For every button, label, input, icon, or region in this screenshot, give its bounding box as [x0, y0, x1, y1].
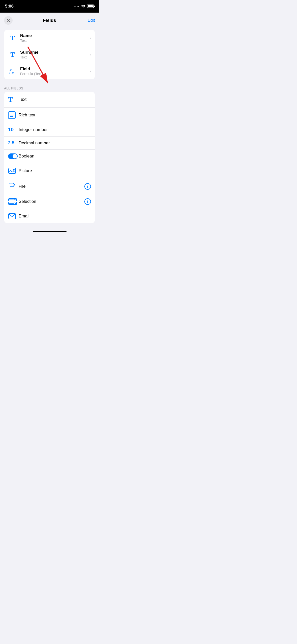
text-field-label: Text	[19, 97, 91, 102]
field-row-formula[interactable]: f x Field Formula (Text) ›	[4, 63, 95, 79]
chevron-icon: ›	[90, 36, 91, 40]
picture-field-icon	[8, 167, 19, 175]
field-text-surname: Surname Text	[20, 50, 90, 59]
all-field-row-integer[interactable]: 10 Integer number	[4, 123, 95, 137]
all-field-row-file[interactable]: File i	[4, 179, 95, 194]
rich-text-field-label: Rich text	[19, 113, 91, 118]
page-title: Fields	[43, 18, 56, 23]
edit-button[interactable]: Edit	[88, 18, 95, 23]
field-text-name: Name Text	[20, 33, 90, 43]
picture-field-label: Picture	[19, 168, 91, 173]
decimal-field-icon: 2.5	[8, 140, 19, 146]
email-field-label: Email	[19, 214, 91, 219]
svg-text:f: f	[9, 68, 12, 74]
all-field-row-text[interactable]: T Text	[4, 92, 95, 108]
email-field-icon	[8, 213, 19, 219]
signal-icon	[74, 6, 79, 7]
file-field-label: File	[19, 184, 84, 189]
selection-info-button[interactable]: i	[84, 198, 91, 205]
boolean-field-label: Boolean	[19, 154, 91, 159]
field-row-name[interactable]: T Name Text ›	[4, 30, 95, 46]
integer-field-icon: 10	[8, 127, 19, 133]
all-fields-header: ALL FIELDS	[0, 84, 99, 92]
text-field-icon: T	[8, 95, 19, 104]
field-name-formula: Field	[20, 67, 90, 72]
file-field-icon	[8, 183, 19, 190]
fields-card: T Name Text › T Surname Text › f	[4, 30, 95, 79]
field-type-name: Text	[20, 39, 90, 43]
all-field-row-selection[interactable]: Selection i	[4, 194, 95, 209]
all-field-row-picture[interactable]: Picture	[4, 163, 95, 179]
home-indicator	[0, 228, 99, 234]
rich-text-field-icon	[8, 111, 19, 119]
text-icon-surname: T	[8, 51, 17, 58]
selection-field-label: Selection	[19, 199, 84, 204]
field-name-surname: Surname	[20, 50, 90, 55]
battery-icon	[87, 5, 94, 8]
svg-point-7	[13, 169, 15, 171]
svg-text:x: x	[12, 71, 14, 75]
main-content: Fields Edit T Name Text › T Surname Text…	[0, 13, 99, 244]
status-bar: 5:06	[0, 0, 99, 13]
all-field-row-decimal[interactable]: 2.5 Decimal number	[4, 137, 95, 150]
chevron-icon-surname: ›	[90, 52, 91, 57]
field-type-formula: Formula (Text)	[20, 72, 90, 76]
svg-rect-6	[9, 168, 16, 174]
status-time: 5:06	[5, 4, 14, 9]
field-text-formula: Field Formula (Text)	[20, 67, 90, 76]
status-icons	[74, 5, 94, 8]
selection-field-icon	[8, 198, 19, 205]
nav-bar: Fields Edit	[0, 13, 99, 27]
wifi-icon	[81, 5, 85, 8]
field-name-name: Name	[20, 33, 90, 38]
all-field-row-email[interactable]: Email	[4, 209, 95, 223]
field-row-surname[interactable]: T Surname Text ›	[4, 46, 95, 63]
home-bar	[33, 231, 67, 232]
fx-icon: f x	[8, 68, 17, 75]
boolean-field-icon	[8, 153, 19, 159]
all-fields-card: T Text Rich text 10 Integer number	[4, 92, 95, 223]
file-info-button[interactable]: i	[84, 183, 91, 190]
svg-rect-14	[9, 213, 16, 219]
close-button[interactable]	[4, 16, 13, 25]
integer-field-label: Integer number	[19, 127, 91, 132]
decimal-field-label: Decimal number	[19, 141, 91, 146]
close-icon	[7, 19, 10, 22]
all-field-row-rich-text[interactable]: Rich text	[4, 108, 95, 123]
text-icon: T	[8, 34, 17, 42]
field-type-surname: Text	[20, 55, 90, 59]
chevron-icon-formula: ›	[90, 69, 91, 74]
all-field-row-boolean[interactable]: Boolean	[4, 150, 95, 163]
